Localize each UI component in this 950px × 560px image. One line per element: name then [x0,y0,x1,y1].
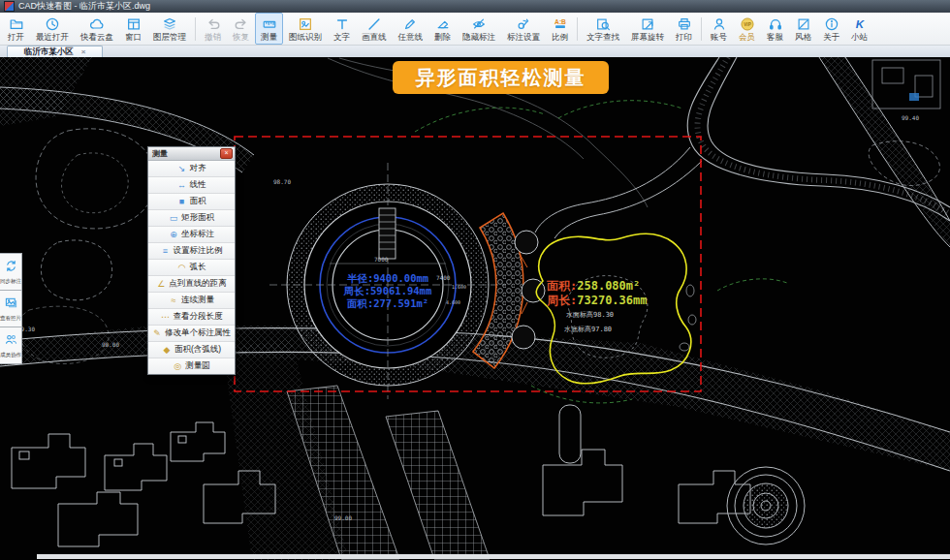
toolbar-redo-button[interactable]: 恢复 [227,13,255,45]
toolbar-delete-button[interactable]: 删除 [428,13,457,45]
redo-arrow-icon [234,16,249,32]
toolbar-text-search-button[interactable]: 文字查找 [581,13,625,45]
panel-close-button[interactable]: × [220,148,233,159]
toolbar-button-label: 图纸识别 [289,33,322,42]
toolbar-text-button[interactable]: 文字 [328,13,356,45]
toolbar-account-button[interactable]: 账号 [705,13,733,45]
printer-icon [677,16,692,32]
side-member-collab-button[interactable]: 成员协作 [0,327,22,364]
measure-item-area[interactable]: ■面积 [148,194,235,210]
measure-item-label: 面积(含弧线) [174,344,221,356]
cad-canvas[interactable]: 98.70 99.30 99.00 99.00 99.40 7000 7400 … [0,57,950,560]
cad-drawing[interactable]: 98.70 99.30 99.00 99.00 99.40 7000 7400 … [0,57,950,560]
toolbar-recent-open-button[interactable]: 最近打开 [30,13,75,45]
toolbar-ksite-button[interactable]: K小站 [845,13,873,45]
rect-area-icon: ▭ [169,214,178,223]
toolbar-print-button[interactable]: 打印 [670,13,698,45]
window-icon [126,16,142,32]
measure-item-modify-annotation[interactable]: ✎修改单个标注属性 [148,326,235,342]
measure-item-rect-area[interactable]: ▭矩形面积 [148,210,235,227]
measure-panel-titlebar[interactable]: 测量 × [148,147,235,161]
toolbar-button-label: 隐藏标注 [462,33,495,42]
measure-item-label: 点到直线的距离 [169,278,227,290]
pond-perimeter-label: 周长: [547,294,577,307]
toolbar-button-label: 快看云盘 [80,33,113,42]
measure-item-align[interactable]: ↘对齐 [148,161,235,177]
measure-item-coordinate-annotate[interactable]: ⊕坐标标注 [148,227,235,243]
measure-item-arc-length[interactable]: ◠弧长 [148,260,235,276]
toolbar-button-label: 任意线 [398,33,424,42]
measure-item-measure-circle[interactable]: ◎测量圆 [148,358,235,374]
toolbar-layer-manager-button[interactable]: 图层管理 [147,13,192,45]
toolbar-button-label: 文字查找 [586,33,619,42]
toolbar-open-button[interactable]: 打开 [2,13,30,45]
side-view-photos-button[interactable]: 查看照片 [0,291,22,327]
toolbar-draw-line-button[interactable]: 画直线 [356,13,393,45]
toolbar-support-button[interactable]: 客服 [761,13,789,45]
linear-icon: ↔ [177,181,187,190]
measure-item-label: 查看分段长度 [174,311,223,323]
svg-text:VIP: VIP [744,22,750,27]
toolbar-button-label: 图层管理 [153,33,186,42]
side-button-label: 查看照片 [0,314,21,322]
toolbar-button-label: 打印 [676,33,692,42]
area-with-arc-icon: ◆ [162,346,172,355]
contour-label: 98.70 [273,178,291,185]
toolbar-button-label: 撤销 [205,33,221,42]
measure-panel-items: ↘对齐↔线性■面积▭矩形面积⊕坐标标注≡设置标注比例◠弧长∠点到直线的距离≈连续… [148,161,235,374]
pond-area-label: 面积: [547,279,577,293]
measure-item-set-annotate-scale[interactable]: ≡设置标注比例 [148,243,235,260]
toolbar-screen-rotate-button[interactable]: 屏幕旋转 [625,13,670,45]
toolbar-button-label: 比例 [552,33,568,42]
measure-item-linear[interactable]: ↔线性 [148,177,235,194]
circle-area-text: 面积:277.591m² [308,297,467,310]
measure-item-point-to-line[interactable]: ∠点到直线的距离 [148,276,235,293]
app-window: CAD快速看图 - 临沂市某小区.dwg 打开最近打开快看云盘窗口图层管理撤销恢… [0,0,950,560]
photo-icon [5,296,17,313]
toolbar-measure-button[interactable]: 测量 [255,13,283,45]
circle-radius-text: 半径:9400.00mm [308,272,467,285]
toolbar-scale-ratio-button[interactable]: A:B比例 [546,13,574,45]
contour-label: 99.00 [102,341,119,348]
theme-icon [796,16,811,32]
measure-item-continuous-measure[interactable]: ≈连续测量 [148,293,235,309]
toolbar-button-label: 小站 [851,33,868,42]
toolbar-about-button[interactable]: 关于 [817,13,845,45]
toolbar-window-button[interactable]: 窗口 [119,13,147,45]
k-logo-icon: K [852,16,868,32]
side-button-label: 同步标注 [0,277,21,285]
toolbar-button-label: 画直线 [362,33,387,42]
toolbar-freehand-line-button[interactable]: 任意线 [393,13,429,45]
toolbar-drawing-recognize-button[interactable]: 图纸识别 [283,13,328,45]
toolbar-button-label: 文字 [333,33,350,42]
tab-close-icon[interactable]: × [81,48,86,56]
people-icon [5,332,17,350]
promo-banner: 异形面积轻松测量 [393,61,609,94]
measure-panel-title: 测量 [152,148,220,159]
measure-item-area-with-arc[interactable]: ◆面积(含弧线) [148,342,235,358]
toolbar-undo-button[interactable]: 撤销 [199,13,227,45]
measure-item-view-segment-length[interactable]: ⋯查看分段长度 [148,309,235,326]
headset-icon [768,16,783,32]
contour-label: 99.00 [334,514,352,521]
toolbar-cloud-drive-button[interactable]: 快看云盘 [75,13,119,45]
toolbar-annotation-settings-button[interactable]: 标注设置 [501,13,546,45]
annotate-gear-icon [516,16,531,32]
area-icon: ■ [177,198,187,206]
rotate-icon [640,16,655,32]
measure-item-label: 修改单个标注属性 [165,327,231,339]
measure-item-label: 测量圆 [185,360,210,372]
side-sync-annotation-button[interactable]: 同步标注 [0,253,22,291]
toolbar-vip-button[interactable]: VIP会员 [733,13,761,45]
measure-circle-icon: ◎ [173,362,182,371]
pond-measurement-text: 面积:258.080m² 周长:73270.36mm [547,279,647,307]
set-annotate-scale-icon: ≡ [161,247,171,256]
toolbar-hide-annotation-button[interactable]: 隐藏标注 [457,13,501,45]
align-icon: ↘ [177,165,187,173]
dim-label: 7000 [374,256,389,263]
window-title: CAD快速看图 - 临沂市某小区.dwg [18,0,150,13]
toolbar-style-button[interactable]: 风格 [789,13,817,45]
contour-label: 99.40 [902,114,919,121]
svg-text:K: K [855,18,865,30]
pond-area-value: 258.080m² [577,279,640,293]
